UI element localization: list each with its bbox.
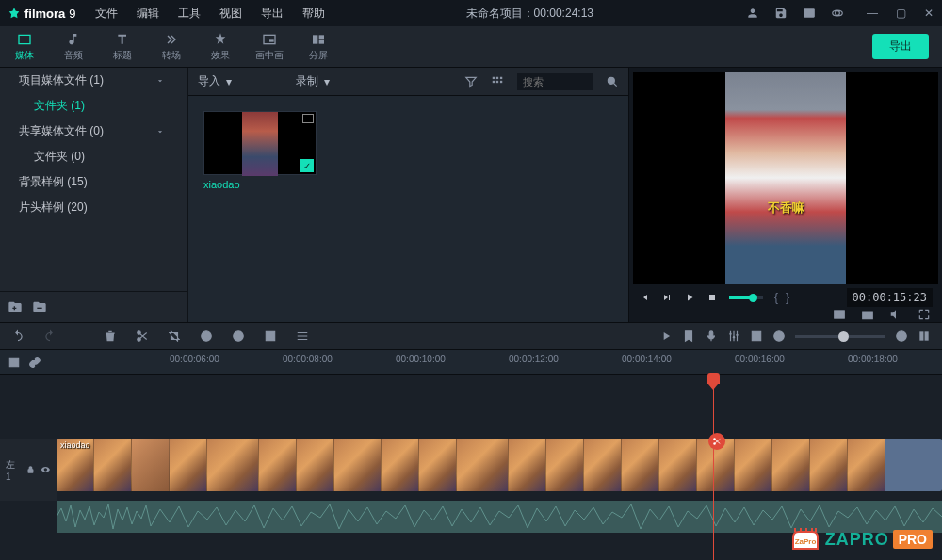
filter-icon[interactable] — [464, 75, 478, 88]
link-button[interactable] — [28, 356, 41, 369]
audio-mixer-button[interactable] — [727, 329, 740, 343]
timeline-toolbar — [0, 322, 942, 350]
main-tabs: 媒体 音频 标题 转场 效果 画中画 分屏 导出 — [0, 26, 942, 68]
cut-marker[interactable] — [708, 433, 725, 450]
svg-text:ZaPro: ZaPro — [794, 537, 816, 546]
tab-transitions[interactable]: 转场 — [147, 26, 196, 67]
track-header[interactable]: 左 1 — [0, 439, 57, 501]
svg-rect-10 — [500, 80, 502, 82]
playhead[interactable] — [713, 375, 714, 560]
menu-help[interactable]: 帮助 — [295, 2, 333, 25]
delete-button[interactable] — [104, 329, 117, 343]
save-icon[interactable] — [774, 7, 788, 20]
play-button[interactable] — [684, 292, 695, 303]
redo-button[interactable] — [43, 329, 57, 343]
delete-folder-icon[interactable] — [32, 299, 47, 314]
preview-viewport[interactable]: 不香嘛 — [633, 72, 938, 284]
menu-edit[interactable]: 编辑 — [129, 2, 167, 25]
tab-split[interactable]: 分屏 — [294, 26, 343, 67]
svg-rect-6 — [496, 76, 498, 78]
menu-tools[interactable]: 工具 — [171, 2, 208, 25]
svg-rect-7 — [500, 76, 502, 78]
tab-titles[interactable]: 标题 — [98, 26, 147, 67]
tab-effects[interactable]: 效果 — [196, 26, 245, 67]
menu-file[interactable]: 文件 — [88, 2, 125, 25]
search-input[interactable] — [517, 73, 593, 90]
tab-audio[interactable]: 音频 — [49, 26, 98, 67]
sidebar-shared-media[interactable]: 共享媒体文件 (0) — [0, 119, 187, 144]
app-logo: filmora9 — [8, 7, 76, 21]
svg-rect-32 — [925, 331, 929, 340]
svg-rect-12 — [709, 295, 715, 300]
minimize-button[interactable]: — — [867, 8, 878, 19]
svg-point-25 — [729, 333, 731, 335]
svg-point-20 — [236, 334, 237, 335]
marker-button[interactable] — [682, 329, 695, 343]
render-icon[interactable] — [659, 329, 673, 343]
svg-rect-5 — [493, 76, 495, 78]
sidebar-intro-samples[interactable]: 片头样例 (20) — [0, 195, 187, 220]
timeline: 00:00:06:00 00:00:08:00 00:00:10:00 00:0… — [0, 350, 942, 560]
sidebar-folder-1[interactable]: 文件夹 (1) — [0, 93, 187, 119]
volume-slider[interactable] — [729, 296, 763, 299]
close-button[interactable]: ✕ — [923, 8, 934, 19]
zoom-fit-button[interactable] — [918, 329, 931, 343]
prev-frame-button[interactable] — [639, 292, 650, 303]
quality-icon[interactable] — [833, 308, 846, 321]
zoom-slider[interactable] — [795, 335, 885, 338]
snapshot-icon[interactable] — [861, 308, 874, 321]
media-panel: 导入▾ 录制▾ ✓ xiaodao — [188, 68, 628, 322]
voiceover-button[interactable] — [705, 329, 718, 343]
color-button[interactable] — [232, 329, 245, 343]
mark-out-button[interactable]: } — [786, 291, 789, 304]
menu-export[interactable]: 导出 — [253, 2, 291, 25]
preview-timecode: 00:00:15:23 — [847, 288, 933, 307]
keyframe-button[interactable] — [750, 329, 763, 343]
zoom-out-button[interactable] — [772, 329, 786, 343]
fullscreen-icon[interactable] — [918, 308, 931, 321]
account-icon[interactable] — [746, 7, 759, 20]
video-clip[interactable]: xiaodao — [57, 439, 942, 491]
sidebar-project-media[interactable]: 项目媒体文件 (1) — [0, 68, 187, 93]
svg-point-11 — [608, 77, 614, 84]
crop-button[interactable] — [168, 329, 181, 343]
svg-rect-2 — [313, 35, 317, 43]
search-icon[interactable] — [606, 75, 619, 88]
media-item-name: xiaodao — [203, 179, 317, 190]
zoom-in-button[interactable] — [895, 329, 908, 343]
mark-in-button[interactable]: { — [774, 291, 778, 304]
sidebar-folder-0[interactable]: 文件夹 (0) — [0, 144, 187, 169]
green-screen-button[interactable] — [264, 329, 277, 343]
message-icon[interactable] — [803, 7, 816, 20]
split-button[interactable] — [136, 329, 149, 343]
media-item[interactable]: ✓ xiaodao — [203, 111, 317, 190]
grid-view-icon[interactable] — [491, 75, 504, 88]
menu-view[interactable]: 视图 — [212, 2, 250, 25]
add-track-button[interactable] — [8, 356, 21, 369]
export-button[interactable]: 导出 — [872, 34, 929, 59]
tab-media[interactable]: 媒体 — [0, 26, 49, 67]
svg-rect-9 — [496, 80, 498, 82]
video-caption: 不香嘛 — [768, 200, 804, 216]
eye-icon[interactable] — [41, 465, 51, 474]
svg-rect-3 — [319, 35, 324, 39]
next-frame-button[interactable] — [661, 292, 673, 303]
import-dropdown[interactable]: 导入▾ — [198, 73, 232, 89]
svg-rect-8 — [493, 80, 495, 82]
maximize-button[interactable]: ▢ — [895, 8, 906, 19]
mute-icon[interactable] — [889, 308, 902, 321]
settings-icon[interactable] — [831, 7, 844, 20]
advanced-button[interactable] — [296, 329, 309, 343]
new-folder-icon[interactable] — [8, 299, 23, 314]
preview-panel: 不香嘛 {} 00:00:15:23 — [628, 68, 942, 322]
record-dropdown[interactable]: 录制▾ — [296, 73, 330, 89]
lock-icon[interactable] — [26, 465, 35, 474]
undo-button[interactable] — [11, 329, 24, 343]
timeline-ruler[interactable]: 00:00:06:00 00:00:08:00 00:00:10:00 00:0… — [57, 350, 942, 374]
svg-rect-23 — [268, 334, 273, 339]
stop-button[interactable] — [706, 292, 718, 303]
thumb-grid-icon — [302, 114, 314, 123]
sidebar-bg-samples[interactable]: 背景样例 (15) — [0, 169, 187, 195]
tab-pip[interactable]: 画中画 — [245, 26, 294, 67]
speed-button[interactable] — [200, 329, 213, 343]
